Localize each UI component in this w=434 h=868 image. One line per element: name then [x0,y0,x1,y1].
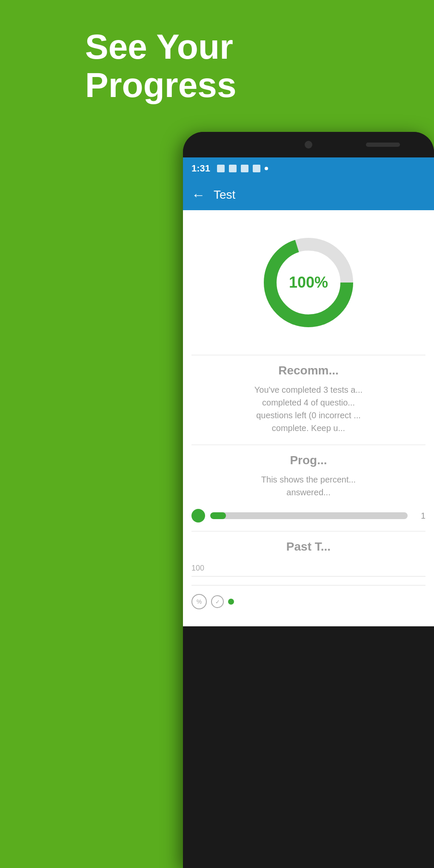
donut-percent-text: 100% [289,274,328,291]
antenna-icon [241,165,248,172]
progress-bar-track [210,512,408,519]
progress-bar-fill [210,512,226,519]
divider-1 [191,355,425,355]
headline-line2: Progress [85,66,237,104]
donut-chart: 100% [257,231,360,334]
app-bar-title: Test [214,188,235,202]
chart-dot-green [228,599,234,605]
phone-body: 1:31 ← Test [183,132,434,868]
check-symbol: ✓ [215,599,220,605]
chart-icon-check: ✓ [211,595,224,608]
chart-y-label-top: 100 [191,564,425,573]
back-button[interactable]: ← [191,187,205,203]
battery-icon [253,165,260,172]
chart-area: 100 % ✓ [191,560,425,614]
chart-line-top [191,576,425,577]
screen-content: 100% Recomm... You've completed 3 tests … [183,210,434,626]
gear-icon [217,165,225,172]
phone-container: 1:31 ← Test [183,132,434,868]
shield-icon [229,165,237,172]
recommendation-heading: Recomm... [191,364,425,377]
status-icons [217,165,268,172]
progress-subtext: This shows the percent... answered... [191,473,425,499]
chart-line-bottom [191,585,425,585]
recommendation-section: Recomm... You've completed 3 tests a... … [191,364,425,434]
chart-icon-percent: % [191,594,207,609]
percent-symbol: % [197,598,202,605]
past-tests-heading: Past T... [191,540,425,554]
progress-dot [191,509,205,523]
progress-bar-row: 1 [191,509,425,523]
phone-camera [305,141,312,148]
status-bar: 1:31 [183,157,434,180]
chart-icons-row: % ✓ [191,594,425,609]
progress-section: Prog... This shows the percent... answer… [191,454,425,523]
divider-3 [191,531,425,531]
recommendation-text: You've completed 3 tests a... completed … [191,383,425,434]
phone-speaker [366,143,400,147]
phone-screen: 1:31 ← Test [183,157,434,626]
donut-container: 100% [191,223,425,346]
past-tests-section: Past T... 100 % ✓ [191,540,425,614]
status-time: 1:31 [191,163,210,174]
headline-line1: See Your [85,28,237,66]
progress-number: 1 [413,511,425,521]
status-dot [265,167,268,170]
divider-2 [191,445,425,445]
headline: See Your Progress [85,28,237,104]
app-bar: ← Test [183,180,434,210]
phone-top-bar [183,132,434,157]
progress-heading: Prog... [191,454,425,467]
